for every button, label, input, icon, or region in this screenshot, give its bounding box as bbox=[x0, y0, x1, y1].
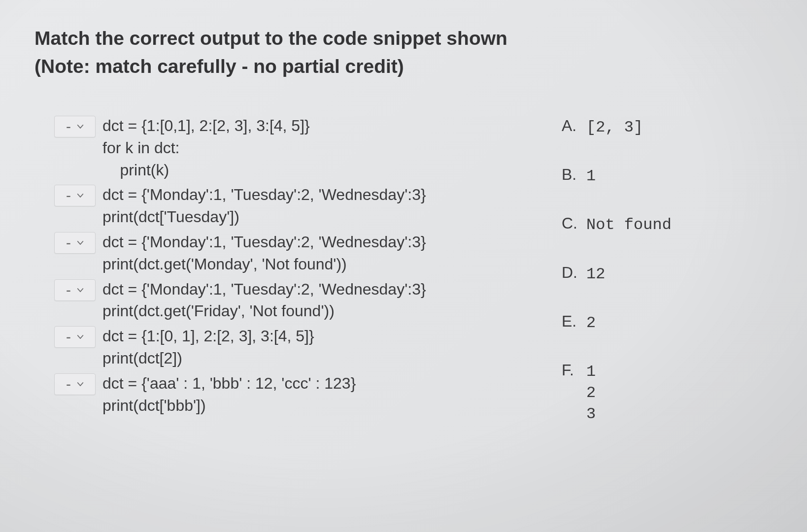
answer-text: [2, 3] bbox=[586, 117, 643, 138]
title-line-1: Match the correct output to the code sni… bbox=[34, 25, 773, 53]
dropdown-value: - bbox=[66, 188, 71, 203]
answer-dropdown-2[interactable]: - bbox=[54, 185, 96, 206]
answer-text: 1 bbox=[586, 166, 596, 187]
answer-text: Not found bbox=[586, 214, 672, 235]
answer-letter: A. bbox=[562, 117, 581, 135]
answer-letter: E. bbox=[562, 312, 581, 331]
title-line-2: (Note: match carefully - no partial cred… bbox=[34, 53, 773, 81]
answer-option-d: D. 12 bbox=[562, 264, 773, 285]
answer-option-f: F. 1 2 3 bbox=[562, 361, 773, 425]
answer-letter: C. bbox=[562, 214, 581, 233]
code-snippet-1: dct = {1:[0,1], 2:[2, 3], 3:[4, 5]} for … bbox=[102, 115, 310, 181]
dropdown-value: - bbox=[66, 119, 71, 134]
answer-text: 2 bbox=[586, 312, 596, 333]
answer-letter: D. bbox=[562, 264, 581, 282]
chevron-down-icon bbox=[76, 380, 85, 389]
code-snippet-2: dct = {'Monday':1, 'Tuesday':2, 'Wednesd… bbox=[102, 184, 426, 228]
answer-text: 1 2 3 bbox=[586, 361, 596, 425]
code-snippet-3: dct = {'Monday':1, 'Tuesday':2, 'Wednesd… bbox=[102, 231, 426, 275]
question-item-6: - dct = {'aaa' : 1, 'bbb' : 12, 'ccc' : … bbox=[54, 372, 532, 417]
answers-column: A. [2, 3] B. 1 C. Not found D. 12 E. 2 F… bbox=[552, 115, 773, 425]
questions-column: - dct = {1:[0,1], 2:[2, 3], 3:[4, 5]} fo… bbox=[34, 115, 532, 425]
question-item-2: - dct = {'Monday':1, 'Tuesday':2, 'Wedne… bbox=[54, 184, 532, 228]
page-container: Match the correct output to the code sni… bbox=[0, 0, 807, 445]
question-prompt: Match the correct output to the code sni… bbox=[34, 25, 773, 80]
chevron-down-icon bbox=[76, 238, 85, 247]
question-item-3: - dct = {'Monday':1, 'Tuesday':2, 'Wedne… bbox=[54, 231, 532, 275]
dropdown-value: - bbox=[66, 283, 71, 298]
code-snippet-6: dct = {'aaa' : 1, 'bbb' : 12, 'ccc' : 12… bbox=[102, 372, 356, 417]
answer-option-a: A. [2, 3] bbox=[562, 117, 773, 138]
answer-letter: B. bbox=[562, 166, 581, 184]
question-item-1: - dct = {1:[0,1], 2:[2, 3], 3:[4, 5]} fo… bbox=[54, 115, 532, 181]
answer-text: 12 bbox=[586, 264, 605, 285]
dropdown-value: - bbox=[66, 377, 71, 392]
question-item-4: - dct = {'Monday':1, 'Tuesday':2, 'Wedne… bbox=[54, 278, 532, 323]
answer-dropdown-5[interactable]: - bbox=[54, 326, 96, 348]
answer-dropdown-1[interactable]: - bbox=[54, 116, 96, 137]
question-item-5: - dct = {1:[0, 1], 2:[2, 3], 3:[4, 5]} p… bbox=[54, 325, 532, 369]
code-snippet-4: dct = {'Monday':1, 'Tuesday':2, 'Wednesd… bbox=[102, 278, 426, 323]
chevron-down-icon bbox=[76, 332, 85, 341]
chevron-down-icon bbox=[76, 122, 85, 131]
answer-dropdown-6[interactable]: - bbox=[54, 373, 96, 395]
code-snippet-5: dct = {1:[0, 1], 2:[2, 3], 3:[4, 5]} pri… bbox=[102, 325, 314, 369]
content-row: - dct = {1:[0,1], 2:[2, 3], 3:[4, 5]} fo… bbox=[34, 115, 773, 425]
chevron-down-icon bbox=[76, 286, 85, 295]
answer-dropdown-3[interactable]: - bbox=[54, 232, 96, 254]
answer-option-c: C. Not found bbox=[562, 214, 773, 235]
chevron-down-icon bbox=[76, 191, 85, 200]
answer-letter: F. bbox=[562, 361, 581, 379]
dropdown-value: - bbox=[66, 235, 71, 250]
answer-dropdown-4[interactable]: - bbox=[54, 279, 96, 301]
answer-option-b: B. 1 bbox=[562, 166, 773, 187]
dropdown-value: - bbox=[66, 330, 71, 344]
answer-option-e: E. 2 bbox=[562, 312, 773, 333]
